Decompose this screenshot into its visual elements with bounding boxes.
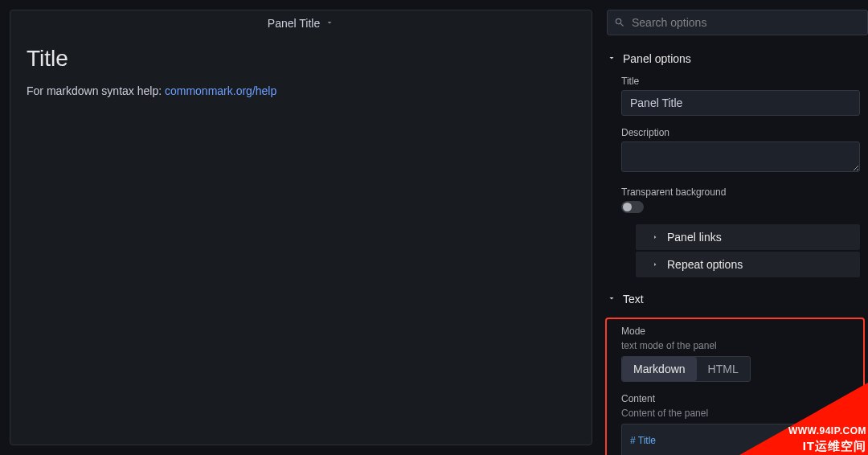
mode-label: Mode xyxy=(621,326,855,337)
mode-field-group: Mode text mode of the panel Markdown HTM… xyxy=(621,326,855,382)
description-field-group: Description xyxy=(621,127,860,175)
panel-title-dropdown[interactable]: Panel Title xyxy=(268,16,334,31)
chevron-down-icon xyxy=(325,16,334,31)
watermark-text: WWW.94IP.COM IT运维空间 xyxy=(788,425,866,453)
transparent-label: Transparent background xyxy=(621,187,860,198)
chevron-right-icon xyxy=(651,230,659,244)
transparent-field-group: Transparent background xyxy=(621,187,860,213)
chevron-right-icon xyxy=(651,257,659,272)
panel-header: Panel Title xyxy=(10,10,592,36)
search-input[interactable] xyxy=(608,10,867,35)
title-input[interactable] xyxy=(621,90,860,116)
panel-title: Panel Title xyxy=(268,17,320,30)
help-text: For markdown syntax help: xyxy=(27,84,165,97)
description-input[interactable] xyxy=(621,141,860,172)
mode-desc: text mode of the panel xyxy=(621,340,855,351)
section-title: Panel options xyxy=(623,52,691,65)
search-icon xyxy=(614,17,625,28)
section-panel-options[interactable]: Panel options xyxy=(599,45,868,72)
panel-preview: Panel Title Title For markdown syntax he… xyxy=(10,10,592,445)
panel-options-body: Title Description Transparent background… xyxy=(599,72,868,285)
repeat-options-label: Repeat options xyxy=(667,258,743,271)
search-input-wrap[interactable] xyxy=(607,10,868,35)
chevron-down-icon xyxy=(607,51,616,66)
mode-html-button[interactable]: HTML xyxy=(697,357,750,381)
mode-button-group: Markdown HTML xyxy=(621,356,751,382)
help-link[interactable]: commonmark.org/help xyxy=(165,84,276,97)
panel-links-label: Panel links xyxy=(667,231,722,244)
section-title: Text xyxy=(623,293,644,305)
transparent-toggle[interactable] xyxy=(621,201,644,213)
panel-links-row[interactable]: Panel links xyxy=(636,224,860,250)
repeat-options-row[interactable]: Repeat options xyxy=(636,252,860,277)
panel-content: Title For markdown syntax help: commonma… xyxy=(10,36,592,107)
content-paragraph: For markdown syntax help: commonmark.org… xyxy=(27,84,575,97)
chevron-down-icon xyxy=(607,292,616,306)
title-field-group: Title xyxy=(621,76,860,116)
subsection-list: Panel links Repeat options xyxy=(621,224,860,277)
code-line: # Title xyxy=(630,435,656,446)
search-container xyxy=(599,10,868,45)
description-label: Description xyxy=(621,127,860,138)
title-label: Title xyxy=(621,76,860,87)
mode-markdown-button[interactable]: Markdown xyxy=(622,357,697,381)
watermark-line1: WWW.94IP.COM xyxy=(788,425,866,438)
section-text[interactable]: Text xyxy=(599,285,868,313)
watermark-line2: IT运维空间 xyxy=(788,438,866,454)
content-heading: Title xyxy=(27,46,575,72)
